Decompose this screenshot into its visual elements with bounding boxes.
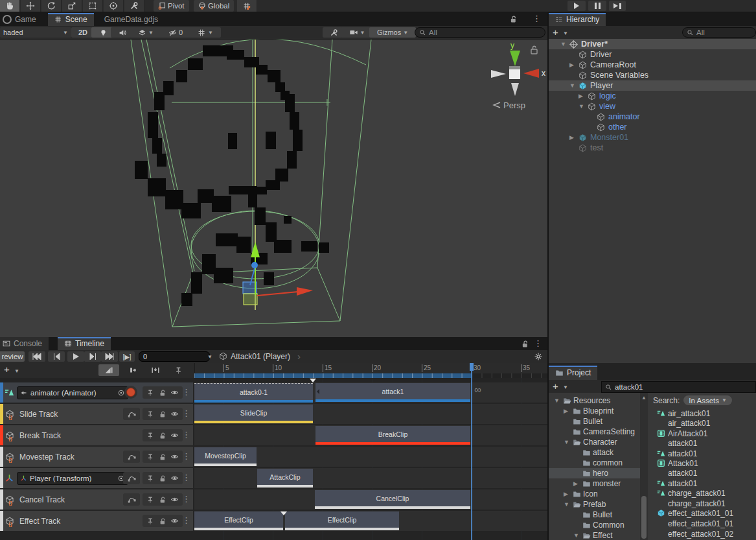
lock-icon[interactable] <box>531 46 537 54</box>
clip-boundary-marker[interactable] <box>310 379 316 382</box>
rect-tool-button[interactable] <box>83 0 103 12</box>
expander-icon[interactable]: ▶ <box>569 62 574 68</box>
timeline-settings-gear-icon[interactable] <box>534 352 543 361</box>
curves-button[interactable] <box>123 408 140 420</box>
grid-visibility-dropdown[interactable]: ▼ <box>190 27 221 38</box>
clip-break[interactable]: BreakClip <box>315 426 470 445</box>
clip-effect-1[interactable]: EffectClip <box>194 511 283 530</box>
clip-slide[interactable]: SlideClip <box>194 405 313 423</box>
folder-bullet[interactable]: Bullet <box>549 416 640 427</box>
clip-attack1[interactable]: attack1 <box>315 383 470 402</box>
create-asset-button[interactable]: + <box>553 381 558 392</box>
gizmos-dropdown[interactable]: Gizmos▼ <box>369 27 416 38</box>
lock-icon[interactable] <box>521 340 529 348</box>
pin-icon[interactable] <box>146 496 154 504</box>
hierarchy-item-player[interactable]: ▼ Player <box>549 80 756 91</box>
lock-icon[interactable] <box>159 517 166 525</box>
create-dropdown-icon[interactable]: ▼ <box>563 30 568 36</box>
break-lane[interactable]: BreakClip <box>194 425 547 445</box>
create-asset-dropdown-icon[interactable]: ▼ <box>563 384 568 390</box>
movestep-lane[interactable]: MovestepClip <box>194 447 547 467</box>
move-tool-button[interactable] <box>21 0 41 12</box>
clip-movestep[interactable]: MovestepClip <box>194 447 257 466</box>
goto-start-button[interactable] <box>29 351 45 362</box>
play-range-button[interactable]: [▶] <box>119 351 135 362</box>
lock-icon[interactable] <box>159 475 166 482</box>
kebab-menu-icon[interactable]: ⋮ <box>534 338 542 348</box>
folder-prefab[interactable]: ▼Prefab <box>549 499 640 510</box>
track-movestep[interactable]: {} Movestep Track ⋮ MovestepClip <box>0 447 547 467</box>
kebab-menu-icon[interactable]: ⋮ <box>182 408 190 418</box>
pin-icon[interactable] <box>146 475 154 482</box>
expander-icon[interactable]: ▶ <box>569 134 574 141</box>
track-animator[interactable]: animator (Animator) ⋮ attack0-1 attack1 … <box>0 382 547 403</box>
project-search-input[interactable]: attack01 <box>601 381 756 393</box>
marker-track-button[interactable] <box>170 364 187 376</box>
pause-button[interactable] <box>588 1 606 11</box>
lock-icon[interactable] <box>509 15 518 23</box>
curves-button[interactable] <box>123 451 140 463</box>
play-button[interactable] <box>567 1 586 11</box>
tab-scene[interactable]: Scene <box>48 13 94 26</box>
eye-icon[interactable] <box>170 388 179 397</box>
eye-icon[interactable] <box>170 517 179 525</box>
asset-row[interactable]: attack01 <box>648 449 756 458</box>
asset-row[interactable]: Attack01 <box>648 458 756 468</box>
scene-camera-dropdown[interactable]: ▼ <box>341 27 372 38</box>
track-slide[interactable]: {} Slide Track ⋮ SlideClip <box>0 404 547 424</box>
hierarchy-item-scene-variables[interactable]: Scene Variables <box>549 70 756 80</box>
kebab-menu-icon[interactable]: ⋮ <box>182 515 190 525</box>
clip-attack0-1[interactable]: attack0-1 <box>194 383 313 403</box>
pin-icon[interactable] <box>146 389 154 397</box>
animator-binding-field[interactable]: animator (Animator) <box>17 386 128 399</box>
kebab-menu-icon[interactable]: ⋮ <box>182 451 190 461</box>
asset-row[interactable]: charge_attack01 <box>648 488 756 498</box>
clip-effect-2[interactable]: EffectClip <box>285 511 399 530</box>
eye-icon[interactable] <box>170 431 179 440</box>
lock-icon[interactable] <box>159 496 166 504</box>
custom-tools-button[interactable] <box>124 0 144 12</box>
step-button[interactable] <box>609 1 626 11</box>
goto-end-button[interactable] <box>101 351 118 362</box>
effects-toggle-dropdown[interactable]: ▼ <box>130 27 161 38</box>
eye-icon[interactable] <box>170 410 179 418</box>
curves-button[interactable] <box>123 493 140 506</box>
clip-boundary-marker[interactable] <box>281 511 287 515</box>
asset-row[interactable]: attack01 <box>648 468 756 478</box>
persp-label[interactable]: Persp <box>494 100 525 110</box>
hierarchy-search-input[interactable]: All <box>682 27 756 38</box>
hierarchy-item-driver-scene[interactable]: ▼ Driver* <box>549 39 756 49</box>
clip-attack[interactable]: AttackClip <box>257 469 313 487</box>
tab-hierarchy[interactable]: Hierarchy <box>549 13 606 26</box>
effect-lane[interactable]: EffectClip EffectClip <box>194 511 547 531</box>
hierarchy-item-view[interactable]: ▼ view <box>549 101 756 112</box>
lock-icon[interactable] <box>159 410 166 418</box>
pin-icon[interactable] <box>146 410 154 418</box>
frame-dropdown-icon[interactable]: ▼ <box>207 354 212 360</box>
ripple-mode-button[interactable] <box>123 364 144 376</box>
eye-icon[interactable] <box>170 452 179 461</box>
folder-character[interactable]: ▼Character <box>549 437 640 447</box>
preview-toggle-button[interactable]: review <box>0 351 25 362</box>
project-scrollbar[interactable]: ▲ <box>640 393 648 540</box>
kebab-menu-icon[interactable]: ⋮ <box>182 430 190 440</box>
scroll-up-icon[interactable]: ▲ <box>641 395 647 401</box>
scrollbar-thumb[interactable] <box>641 496 647 539</box>
shading-mode-dropdown[interactable]: haded ▼ <box>0 27 71 38</box>
orientation-gizmo[interactable] <box>491 51 539 96</box>
add-track-button[interactable]: + <box>4 364 10 375</box>
frame-field[interactable]: 0 <box>139 351 210 362</box>
global-toggle-button[interactable]: Global <box>194 0 234 12</box>
record-button[interactable] <box>124 386 137 399</box>
folder-prefab-common[interactable]: Common <box>549 520 640 530</box>
expander-icon[interactable]: ▼ <box>569 82 575 89</box>
folder-prefab-effect[interactable]: ▼Effect <box>549 530 640 540</box>
folder-resources[interactable]: ▼Resources <box>549 395 640 406</box>
timeline-breadcrumb[interactable]: Attack01 (Player) › <box>219 350 301 362</box>
folder-prefab-bullet[interactable]: Bullet <box>549 510 640 520</box>
clip-cancel[interactable]: CancelClip <box>315 490 470 509</box>
scene-search-input[interactable]: All <box>415 27 545 38</box>
eye-icon[interactable] <box>170 495 179 504</box>
tab-timeline[interactable]: Timeline <box>58 337 111 350</box>
kebab-menu-icon[interactable]: ⋮ <box>182 473 190 482</box>
